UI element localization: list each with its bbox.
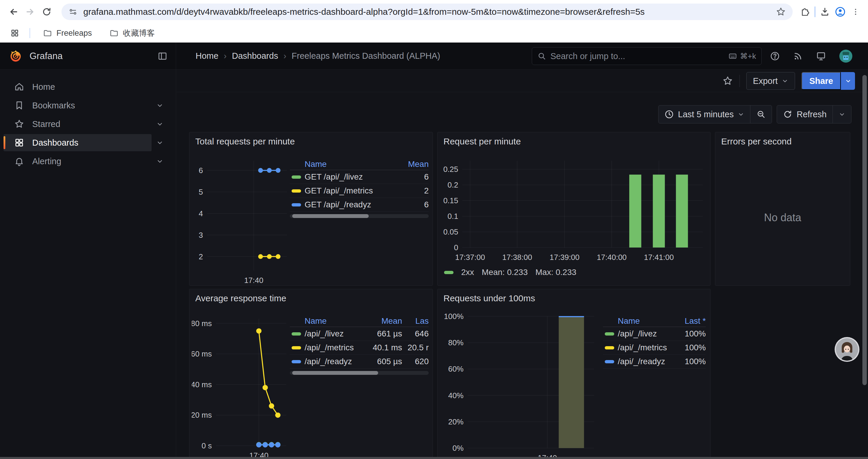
- legend-scrollbar-thumb[interactable]: [292, 371, 378, 375]
- breadcrumb-item[interactable]: Home: [195, 51, 218, 61]
- svg-text:40 ms: 40 ms: [192, 380, 212, 389]
- series-color-dash: [605, 346, 614, 350]
- search-input[interactable]: Search or jump to... ⌘+k: [532, 47, 762, 65]
- folder-icon: [43, 29, 52, 37]
- series-value: 661 µs: [361, 329, 402, 338]
- bookmark-star-icon[interactable]: [773, 4, 788, 20]
- help-icon[interactable]: [770, 51, 780, 61]
- sidebar-item-button[interactable]: Starred: [4, 116, 152, 133]
- zoom-out-button[interactable]: [750, 105, 772, 123]
- series-name[interactable]: /api/_/readyz: [305, 357, 361, 366]
- svg-text:17:40:00: 17:40:00: [597, 253, 627, 262]
- series-name[interactable]: 2xx: [461, 268, 474, 277]
- export-button[interactable]: Export: [746, 72, 795, 90]
- svg-text:80%: 80%: [448, 338, 464, 347]
- dashboard-main: Export Share Last 5 minutes: [176, 70, 868, 459]
- legend-row: /api/_/readyz100%: [603, 355, 706, 369]
- kiosk-monitor-icon[interactable]: [816, 51, 826, 61]
- bookmark-folder[interactable]: Freeleaps: [37, 26, 98, 40]
- series-name[interactable]: GET /api/_/livez: [305, 172, 405, 182]
- requests-under-100ms-chart: 100%80%60%40%20%0%17:40: [440, 312, 597, 459]
- sidebar-item-dashboards[interactable]: Dashboards: [4, 134, 168, 151]
- dock-menu-icon[interactable]: [157, 51, 167, 61]
- legend-column-header[interactable]: Mean: [405, 160, 429, 169]
- svg-text:17:41:00: 17:41:00: [644, 253, 674, 262]
- legend-column-header[interactable]: Name: [618, 316, 673, 326]
- legend-column-header[interactable]: Mean: [361, 316, 402, 326]
- legend-scrollbar-thumb[interactable]: [292, 214, 369, 218]
- page-scrollbar[interactable]: [862, 71, 867, 456]
- series-name[interactable]: /api/_/livez: [618, 329, 673, 338]
- star-icon: [14, 119, 24, 129]
- folder-icon: [110, 29, 119, 37]
- legend-column-header[interactable]: Name: [305, 316, 361, 326]
- profile-icon[interactable]: [833, 4, 848, 20]
- site-settings-icon[interactable]: [67, 6, 79, 18]
- breadcrumb: Home›Dashboards›Freeleaps Metrics Dashbo…: [195, 51, 440, 61]
- news-rss-icon[interactable]: [793, 51, 803, 61]
- panel-title[interactable]: Average response time: [195, 293, 286, 303]
- favorite-star-icon[interactable]: [722, 76, 733, 86]
- forward-button[interactable]: [22, 4, 38, 20]
- sidebar-item-button[interactable]: Dashboards: [4, 134, 152, 151]
- breadcrumb-item[interactable]: Dashboards: [232, 51, 278, 61]
- back-button[interactable]: [5, 4, 22, 20]
- sidebar-item-starred[interactable]: Starred: [4, 116, 168, 133]
- forward-icon: [25, 6, 35, 17]
- time-range-picker[interactable]: Last 5 minutes: [658, 105, 750, 123]
- legend-column-header[interactable]: Last *: [673, 316, 706, 326]
- window-bottom-edge: [0, 457, 868, 459]
- panel-title[interactable]: Errors per second: [721, 136, 792, 146]
- sidebar-item-home[interactable]: Home: [4, 78, 168, 95]
- panel-title[interactable]: Request per minute: [443, 136, 521, 146]
- sidebar-item-button[interactable]: Bookmarks: [4, 97, 152, 114]
- downloads-icon[interactable]: [817, 4, 833, 20]
- sidebar-item-button[interactable]: Alerting: [4, 153, 152, 170]
- svg-text:20%: 20%: [448, 417, 464, 426]
- browser-menu-icon[interactable]: [848, 4, 863, 20]
- series-name[interactable]: /api/_/readyz: [618, 357, 673, 366]
- legend-table: NameMeanLas/api/_/livez661 µs646/api/_/m…: [290, 315, 429, 375]
- sidebar-item-bookmarks[interactable]: Bookmarks: [4, 97, 168, 114]
- panel-title[interactable]: Total requests per minute: [195, 136, 295, 146]
- refresh-interval-button[interactable]: [833, 105, 851, 123]
- legend-column-header[interactable]: Name: [305, 160, 405, 169]
- legend-column-header[interactable]: Las: [402, 316, 429, 326]
- svg-text:40%: 40%: [448, 391, 464, 400]
- bookmark-folder-label: Freeleaps: [56, 29, 92, 38]
- back-icon: [8, 6, 19, 17]
- assistant-avatar-widget[interactable]: [834, 337, 860, 362]
- panel-title[interactable]: Requests under 100ms: [443, 293, 535, 303]
- panel-total-requests-per-minute: Total requests per minute 6543217:40 Nam…: [189, 132, 433, 286]
- refresh-button[interactable]: Refresh: [777, 105, 833, 123]
- sidebar-item-button[interactable]: Home: [4, 78, 168, 95]
- series-stat: Max: 0.233: [535, 268, 577, 277]
- reload-button[interactable]: [38, 4, 55, 20]
- chevron-down-icon[interactable]: [152, 134, 168, 151]
- search-icon: [537, 52, 546, 61]
- url-text[interactable]: grafana.mathmast.com/d/deytv4rwavabkb/fr…: [83, 7, 769, 17]
- legend-scrollbar[interactable]: [290, 371, 429, 375]
- series-name[interactable]: /api/_/metrics: [618, 343, 673, 352]
- url-bar[interactable]: grafana.mathmast.com/d/deytv4rwavabkb/fr…: [61, 4, 793, 20]
- legend-scrollbar[interactable]: [290, 214, 429, 218]
- series-name[interactable]: GET /api/_/readyz: [305, 200, 405, 209]
- panel-request-per-minute: Request per minute 0.250.20.150.10.05017…: [437, 132, 711, 286]
- series-name[interactable]: /api/_/livez: [305, 329, 361, 338]
- bookmark-folder[interactable]: 收藏博客: [104, 26, 161, 40]
- share-menu-button[interactable]: [841, 72, 855, 90]
- chevron-down-icon: [782, 78, 788, 84]
- series-name[interactable]: GET /api/_/metrics: [305, 186, 405, 196]
- user-avatar[interactable]: [839, 49, 852, 63]
- share-button[interactable]: Share: [802, 72, 841, 90]
- grafana-logo[interactable]: [9, 49, 23, 63]
- chevron-down-icon[interactable]: [152, 153, 168, 170]
- sidebar-item-alerting[interactable]: Alerting: [4, 153, 168, 170]
- chevron-down-icon[interactable]: [152, 116, 168, 133]
- sidebar-item-label: Home: [32, 82, 55, 92]
- extensions-icon[interactable]: [797, 4, 813, 20]
- scrollbar-thumb[interactable]: [862, 75, 867, 385]
- side-panel-grid-icon[interactable]: [7, 25, 23, 41]
- chevron-down-icon[interactable]: [152, 97, 168, 114]
- series-name[interactable]: /api/_/metrics: [305, 343, 361, 352]
